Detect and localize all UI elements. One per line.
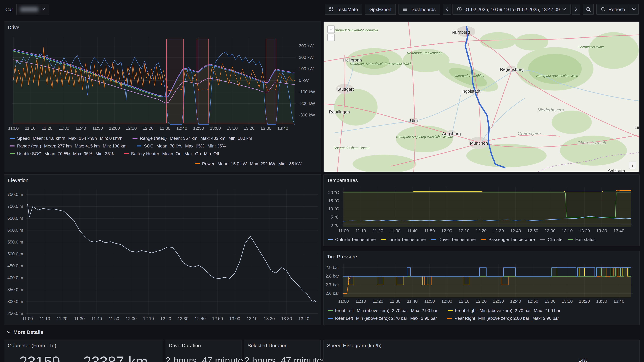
tire-pressure-chart[interactable]: 11:0011:1011:2011:3011:4011:5012:0012:10… xyxy=(326,262,637,305)
legend-item-inside-temperature[interactable]: Inside Temperature xyxy=(381,237,426,242)
legend-swatch xyxy=(540,239,546,240)
refresh-button[interactable]: Refresh xyxy=(596,4,629,14)
legend-swatch xyxy=(568,239,573,240)
panel-drive: Drive 11:0011:1011:2011:3011:4011:5012:0… xyxy=(4,21,321,172)
refresh-label: Refresh xyxy=(608,6,625,12)
legend-item-range-est[interactable]: Range (est.)Mean: 277 kmMax: 415 kmMin: … xyxy=(10,143,126,148)
temperatures-chart[interactable]: 11:0011:1011:2011:3011:4011:5012:0012:10… xyxy=(326,185,637,234)
time-range-picker[interactable]: 01.02.2025, 10:59:19 to 01.02.2025, 13:4… xyxy=(452,4,570,14)
grid-icon xyxy=(329,7,334,11)
legend-item-outside-temperature[interactable]: Outside Temperature xyxy=(328,237,376,242)
panel-odometer: Odometer (From - To) 23159 → 23387 km xyxy=(4,340,163,362)
legend-label: Range (est.) xyxy=(17,143,41,148)
panel-speed-histogram-title[interactable]: Speed Histogram (km/h) xyxy=(324,340,639,351)
legend-stat: Max: 95% xyxy=(73,151,92,156)
legend-item-fan-status[interactable]: Fan status xyxy=(568,237,596,242)
svg-text:13:20: 13:20 xyxy=(579,228,590,233)
svg-text:300 kW: 300 kW xyxy=(299,43,314,48)
legend-item-soc[interactable]: SOCMean: 70.0%Max: 95%Min: 35% xyxy=(136,143,226,148)
svg-text:0 kW: 0 kW xyxy=(299,78,309,83)
time-shift-forward-button[interactable] xyxy=(572,4,580,14)
svg-text:550.0 m: 550.0 m xyxy=(8,240,23,245)
panel-tire-pressure-title[interactable]: Tire Pressure xyxy=(324,251,639,262)
chevron-left-icon xyxy=(446,7,448,11)
legend-swatch xyxy=(136,145,142,146)
nav-gpxexport[interactable]: GpxExport xyxy=(365,4,396,14)
legend-item-passenger-temperature[interactable]: Passenger Temperature xyxy=(481,237,535,242)
legend-item-front-left[interactable]: Front LeftMin (above zero): 2.70 barMax:… xyxy=(328,308,438,313)
time-shift-back-button[interactable] xyxy=(443,4,451,14)
legend-label: Outside Temperature xyxy=(335,237,376,242)
svg-text:12:20: 12:20 xyxy=(476,228,486,233)
legend-label: Speed xyxy=(17,136,30,141)
variable-controls: Car xyxy=(5,3,49,15)
car-variable-label: Car xyxy=(5,6,13,12)
car-variable-dropdown[interactable] xyxy=(16,3,49,15)
legend-stat: Mean: 70.0% xyxy=(156,143,182,148)
top-bar: Car TeslaMate GpxExport Dashboards xyxy=(0,0,644,18)
nav-teslamate[interactable]: TeslaMate xyxy=(325,4,362,14)
legend-stat: Max: 292 kW xyxy=(250,161,276,166)
panel-temperatures-title[interactable]: Temperatures xyxy=(324,175,639,185)
route-map[interactable]: NürnbergHeilbronnStuttgartReutlingenUlmA… xyxy=(324,22,639,172)
svg-text:11:10: 11:10 xyxy=(40,316,50,321)
drive-legend: SpeedMean: 84.8 km/hMax: 154 km/hMin: 0 … xyxy=(10,134,316,168)
nav-dashboards[interactable]: Dashboards xyxy=(399,4,440,14)
legend-stat: Min (above zero): 2.70 bar xyxy=(356,316,407,321)
svg-text:350.0 m: 350.0 m xyxy=(8,287,23,292)
legend-stat: Min: -88 kW xyxy=(278,161,302,166)
svg-text:13:40: 13:40 xyxy=(613,228,624,233)
svg-text:0 °C: 0 °C xyxy=(330,223,339,228)
legend-stat: Mean: 84.8 km/h xyxy=(33,136,65,141)
svg-text:13:00: 13:00 xyxy=(229,316,240,321)
more-details-toggle[interactable]: More Details xyxy=(7,329,43,335)
elevation-chart[interactable]: 11:0011:1011:2011:3011:4011:5012:0012:10… xyxy=(6,187,319,323)
svg-text:100 kW: 100 kW xyxy=(299,66,314,71)
zoom-out-button[interactable] xyxy=(583,4,594,14)
legend-item-usable-soc[interactable]: Usable SOCMean: 70.5%Max: 95%Min: 35% xyxy=(10,151,114,156)
svg-text:-300 kW: -300 kW xyxy=(299,112,315,117)
legend-item-battery-heater[interactable]: Battery HeaterMean: OnMax: OnMin: Off xyxy=(124,151,219,156)
legend-item-power[interactable]: PowerMean: 15.0 kWMax: 292 kWMin: -88 kW xyxy=(195,161,302,166)
drive-chart[interactable]: 11:0011:1011:2011:3011:4011:5012:0012:10… xyxy=(6,34,319,132)
svg-text:12:40: 12:40 xyxy=(510,228,521,233)
legend-item-rear-left[interactable]: Rear LeftMin (above zero): 2.70 barMax: … xyxy=(328,316,437,321)
map-zoom-in-button[interactable]: + xyxy=(327,25,335,33)
legend-label: Rear Left xyxy=(335,316,353,321)
panel-odometer-title[interactable]: Odometer (From - To) xyxy=(4,340,163,351)
legend-stat: Min (above zero): 2.60 bar xyxy=(478,316,529,321)
legend-stat: Mean: On xyxy=(162,151,181,156)
svg-text:-100 kW: -100 kW xyxy=(299,89,315,94)
legend-stat: Max: 2.90 bar xyxy=(410,316,437,321)
svg-text:12:20: 12:20 xyxy=(476,299,486,304)
legend-stat: Max: 2.90 bar xyxy=(411,308,438,313)
panel-selected-duration-title[interactable]: Selected Duration xyxy=(244,340,320,351)
map-attribution-info-button[interactable]: i xyxy=(629,162,636,169)
legend-swatch xyxy=(328,310,333,311)
legend-item-rear-right[interactable]: Rear RightMin (above zero): 2.60 barMax:… xyxy=(447,316,559,321)
panel-drive-duration-title[interactable]: Drive Duration xyxy=(165,340,242,351)
panel-temperatures: Temperatures 11:0011:1011:2011:3011:4011… xyxy=(323,174,640,246)
svg-text:11:40: 11:40 xyxy=(76,126,86,131)
svg-text:11:20: 11:20 xyxy=(57,316,68,321)
svg-text:13:30: 13:30 xyxy=(281,316,292,321)
legend-label: Usable SOC xyxy=(17,151,42,156)
legend-stat: Max: On xyxy=(184,151,201,156)
svg-text:5 °C: 5 °C xyxy=(330,215,339,220)
legend-item-front-right[interactable]: Front RightMin (above zero): 2.70 barMax… xyxy=(448,308,560,313)
map-zoom-out-button[interactable]: − xyxy=(327,33,335,41)
svg-text:600.0 m: 600.0 m xyxy=(8,228,23,233)
panel-drive-title[interactable]: Drive xyxy=(4,22,321,32)
svg-text:13:10: 13:10 xyxy=(246,316,258,321)
svg-text:11:50: 11:50 xyxy=(424,299,435,304)
svg-text:300.0 m: 300.0 m xyxy=(8,299,23,304)
refresh-interval-dropdown[interactable] xyxy=(629,4,639,14)
svg-text:500.0 m: 500.0 m xyxy=(8,251,23,256)
legend-item-driver-temperature[interactable]: Driver Temperature xyxy=(431,237,476,242)
legend-item-range-rated[interactable]: Range (rated)Mean: 357 kmMax: 483 kmMin:… xyxy=(132,136,252,141)
legend-item-speed[interactable]: SpeedMean: 84.8 km/hMax: 154 km/hMin: 0 … xyxy=(10,136,122,141)
legend-item-climate[interactable]: Climate xyxy=(540,237,562,242)
panel-elevation-title[interactable]: Elevation xyxy=(4,175,321,185)
svg-text:11:10: 11:10 xyxy=(355,299,366,304)
more-details-label: More Details xyxy=(14,329,43,335)
